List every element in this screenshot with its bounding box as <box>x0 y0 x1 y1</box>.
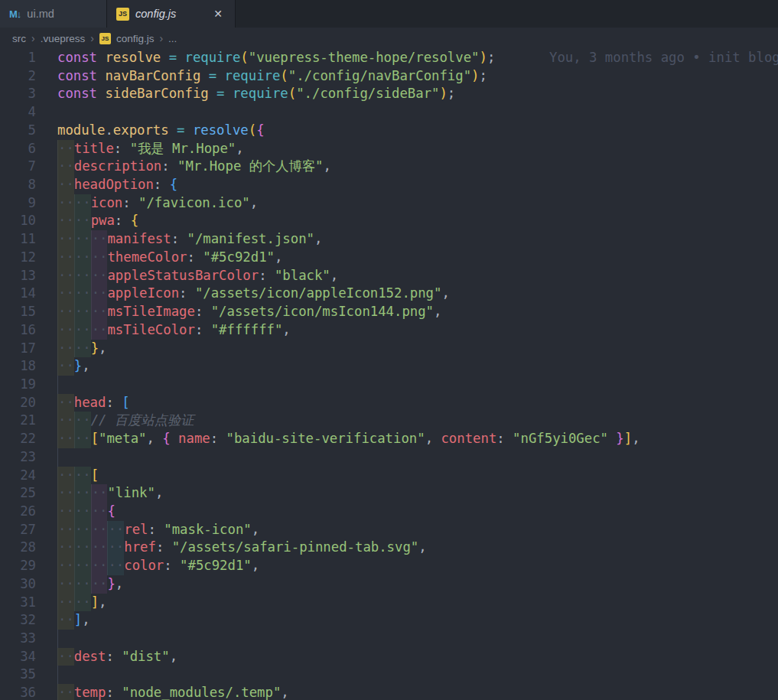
code-line[interactable]: 25······"link", <box>0 484 778 503</box>
code-token: } <box>91 340 99 356</box>
tab-ui-md[interactable]: M↓ ui.md <box>0 0 107 28</box>
breadcrumb: src › .vuepress › JS config.js › ... <box>0 28 778 49</box>
line-number[interactable]: 2 <box>0 67 36 86</box>
indent-whitespace: ·· <box>57 467 74 485</box>
code-token: href <box>124 539 156 555</box>
breadcrumb-item-symbol[interactable]: ... <box>167 33 178 44</box>
code-line[interactable]: 17····}, <box>0 340 778 358</box>
line-number[interactable]: 31 <box>0 594 36 612</box>
code-line[interactable]: 21····// 百度站点验证 <box>0 412 778 430</box>
code-line[interactable]: 6··title: "我是 Mr.Hope", <box>0 140 778 158</box>
code-editor[interactable]: 1const resolve = require("vuepress-theme… <box>0 49 778 700</box>
line-number[interactable]: 7 <box>0 158 36 176</box>
tab-label: ui.md <box>27 8 54 20</box>
line-number[interactable]: 17 <box>0 340 36 358</box>
line-number[interactable]: 33 <box>0 630 36 648</box>
code-line[interactable]: 13······appleStatusBarColor: "black", <box>0 267 778 285</box>
line-number[interactable]: 19 <box>0 376 36 394</box>
code-line[interactable]: 32··], <box>0 611 778 630</box>
code-token: , <box>275 249 282 265</box>
tab-config-js[interactable]: JS config.js ✕ <box>107 0 236 28</box>
line-number[interactable]: 30 <box>0 575 36 594</box>
code-line[interactable]: 24····[ <box>0 467 778 485</box>
line-number[interactable]: 25 <box>0 484 36 503</box>
indent-whitespace: ·· <box>57 140 74 158</box>
line-number[interactable]: 28 <box>0 539 36 557</box>
breadcrumb-item-vuepress[interactable]: .vuepress <box>39 33 87 44</box>
line-number[interactable]: 4 <box>0 103 36 122</box>
line-number[interactable]: 21 <box>0 412 36 430</box>
code-line[interactable]: 16······msTileColor: "#ffffff", <box>0 321 778 340</box>
indent-whitespace: ·· <box>91 267 108 285</box>
code-line[interactable]: 27········rel: "mask-icon", <box>0 521 778 539</box>
vscode-window: M↓ ui.md JS config.js ✕ src › .vuepress … <box>0 0 778 700</box>
line-number[interactable]: 29 <box>0 557 36 575</box>
code-line[interactable]: 29········color: "#5c92d1", <box>0 557 778 575</box>
line-number[interactable]: 16 <box>0 321 36 340</box>
line-number[interactable]: 22 <box>0 430 36 448</box>
code-token: const <box>57 50 105 65</box>
line-number[interactable]: 27 <box>0 521 36 539</box>
code-line[interactable]: 9····icon: "/favicon.ico", <box>0 194 778 213</box>
code-line[interactable]: 23 <box>0 448 778 467</box>
line-number[interactable]: 34 <box>0 648 36 666</box>
line-number[interactable]: 26 <box>0 503 36 521</box>
code-line[interactable]: 4 <box>0 103 778 122</box>
code-token: = <box>177 122 193 138</box>
line-number[interactable]: 12 <box>0 249 36 267</box>
code-token: } <box>74 358 82 373</box>
code-line[interactable]: 7··description: "Mr.Hope 的个人博客", <box>0 158 778 176</box>
code-token: rel <box>124 522 148 537</box>
code-line[interactable]: 3const sideBarConfig = require("./config… <box>0 85 778 103</box>
code-token: themeColor <box>107 249 187 265</box>
code-line[interactable]: 15······msTileImage: "/assets/icon/msIco… <box>0 303 778 321</box>
indent-whitespace: ·· <box>57 594 74 612</box>
line-number[interactable]: 15 <box>0 303 36 321</box>
close-icon[interactable]: ✕ <box>210 6 226 21</box>
js-icon: JS <box>116 8 129 21</box>
code-line[interactable]: 11······manifest: "/manifest.json", <box>0 230 778 249</box>
code-line[interactable]: 19 <box>0 376 778 394</box>
code-token: "meta" <box>99 431 146 446</box>
code-line[interactable]: 33 <box>0 630 778 648</box>
code-line[interactable]: 28········href: "/assets/safari-pinned-t… <box>0 539 778 557</box>
line-number[interactable]: 20 <box>0 394 36 412</box>
code-line[interactable]: 34··dest: "dist", <box>0 648 778 666</box>
line-number[interactable]: 3 <box>0 85 36 103</box>
code-line[interactable]: 35 <box>0 666 778 684</box>
code-token: : <box>259 268 275 283</box>
code-line[interactable]: 12······themeColor: "#5c92d1", <box>0 249 778 267</box>
line-number[interactable]: 10 <box>0 212 36 230</box>
line-number[interactable]: 18 <box>0 357 36 376</box>
line-number[interactable]: 24 <box>0 467 36 485</box>
line-number[interactable]: 1 <box>0 49 36 67</box>
line-number[interactable]: 13 <box>0 267 36 285</box>
code-token: ) <box>439 86 447 101</box>
line-number[interactable]: 5 <box>0 122 36 140</box>
line-number[interactable]: 32 <box>0 611 36 630</box>
code-line[interactable]: 26······{ <box>0 503 778 521</box>
code-line[interactable]: 10····pwa: { <box>0 212 778 230</box>
line-number[interactable]: 6 <box>0 140 36 158</box>
line-number[interactable]: 11 <box>0 230 36 249</box>
code-line[interactable]: 2const navBarConfig = require("./config/… <box>0 67 778 86</box>
code-line[interactable]: 5module.exports = resolve({ <box>0 122 778 140</box>
code-line[interactable]: 20··head: [ <box>0 394 778 412</box>
code-line[interactable]: 8··headOption: { <box>0 176 778 194</box>
breadcrumb-item-src[interactable]: src <box>11 33 28 44</box>
code-line[interactable]: 22····["meta", { name: "baidu-site-verif… <box>0 430 778 448</box>
line-number[interactable]: 35 <box>0 666 36 684</box>
code-line[interactable]: 14······appleIcon: "/assets/icon/appleIc… <box>0 285 778 303</box>
code-line[interactable]: 18··}, <box>0 357 778 376</box>
code-line[interactable]: 1const resolve = require("vuepress-theme… <box>0 49 778 67</box>
breadcrumb-item-config-js[interactable]: config.js <box>115 33 156 44</box>
line-number[interactable]: 23 <box>0 448 36 467</box>
line-number[interactable]: 9 <box>0 194 36 213</box>
code-line[interactable]: 36··temp: "node_modules/.temp", <box>0 684 778 700</box>
line-number[interactable]: 14 <box>0 285 36 303</box>
code-token: "nGf5yi0Gec" <box>513 431 608 446</box>
line-number[interactable]: 8 <box>0 176 36 194</box>
code-line[interactable]: 31····], <box>0 594 778 612</box>
code-line[interactable]: 30······}, <box>0 575 778 594</box>
line-number[interactable]: 36 <box>0 684 36 700</box>
